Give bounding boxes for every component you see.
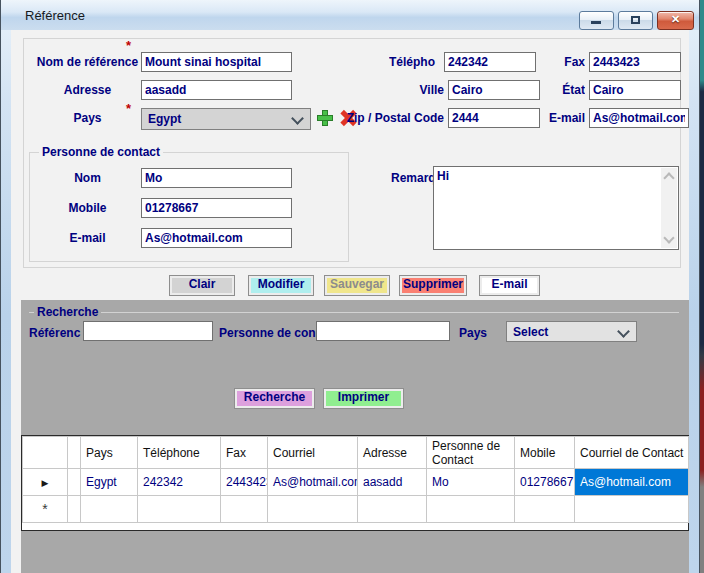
grid-header-blank[interactable] — [68, 437, 81, 469]
table-row-new: * — [23, 496, 689, 523]
clear-button[interactable]: Clair — [169, 275, 235, 296]
grid-cell-pays[interactable]: Egypt — [81, 469, 138, 496]
search-contact-label: Personne de con — [219, 325, 316, 341]
country-dropdown-value: Egypt — [148, 112, 181, 126]
contact-email-label: E-mail — [36, 230, 139, 246]
maximize-button[interactable] — [618, 11, 653, 30]
country-dropdown[interactable]: Egypt — [141, 108, 311, 130]
fax-input[interactable] — [589, 52, 681, 72]
reference-window: Référence ✕ * Nom de référence Télépho F… — [0, 0, 700, 573]
phone-label: Télépho — [389, 54, 443, 70]
window-controls: ✕ — [579, 11, 694, 30]
table-row: ▶ Egypt 242342 2443423 As@hotmail.com aa… — [23, 469, 689, 496]
search-groupbox-line — [29, 312, 679, 313]
scroll-up-icon[interactable] — [663, 172, 674, 183]
search-contact-input[interactable] — [316, 321, 450, 341]
close-icon: ✕ — [658, 13, 693, 26]
new-row-star-icon: * — [42, 501, 47, 517]
grid-cell-courriel[interactable]: As@hotmail.com — [268, 469, 358, 496]
address-input[interactable] — [141, 80, 292, 100]
email-button[interactable]: E-mail — [479, 275, 540, 296]
city-input[interactable] — [448, 80, 540, 100]
grid-cell[interactable] — [427, 496, 515, 523]
state-label: État — [552, 82, 585, 98]
add-country-icon[interactable] — [317, 110, 333, 126]
close-button[interactable]: ✕ — [657, 11, 694, 30]
grid-cell-blank[interactable] — [68, 496, 81, 523]
fax-label: Fax — [555, 54, 585, 70]
print-button[interactable]: Imprimer — [323, 388, 404, 409]
results-grid: Pays Téléphone Fax Courriel Adresse Pers… — [21, 435, 689, 531]
email-label: E-mail — [547, 110, 585, 126]
contact-email-input[interactable] — [141, 228, 292, 248]
grid-header-courriel[interactable]: Courriel — [268, 437, 358, 469]
grid-cell-fax[interactable]: 2443423 — [221, 469, 268, 496]
city-label: Ville — [410, 82, 444, 98]
grid-cell[interactable] — [138, 496, 221, 523]
grid-cell[interactable] — [575, 496, 689, 523]
search-reference-input[interactable] — [83, 321, 213, 341]
minimize-icon — [591, 21, 601, 24]
zip-input[interactable] — [448, 108, 540, 128]
search-country-dropdown[interactable]: Select — [506, 321, 637, 342]
country-label: Pays — [36, 110, 139, 126]
required-marker-name: * — [126, 41, 131, 51]
grid-cell[interactable] — [221, 496, 268, 523]
phone-input[interactable] — [444, 52, 536, 72]
current-row-arrow-icon: ▶ — [42, 478, 49, 488]
client-area: * Nom de référence Télépho Fax Adresse V… — [11, 30, 689, 573]
title-bar[interactable]: Référence ✕ — [1, 0, 699, 30]
zip-label: Zip / Postal Code — [338, 110, 444, 126]
contact-name-input[interactable] — [141, 168, 292, 188]
grid-cell-telephone[interactable]: 242342 — [138, 469, 221, 496]
grid-cell-blank[interactable] — [68, 469, 81, 496]
grid-header-adresse[interactable]: Adresse — [358, 437, 427, 469]
search-title: Recherche — [34, 305, 101, 319]
window-title: Référence — [25, 8, 85, 23]
contact-mobile-input[interactable] — [141, 198, 292, 218]
grid-cell-personne[interactable]: Mo — [427, 469, 515, 496]
chevron-down-icon — [617, 325, 630, 338]
search-reference-label: Référenc — [29, 325, 84, 341]
reference-name-label: Nom de référence — [36, 54, 139, 70]
grid-header-mobile[interactable]: Mobile — [515, 437, 575, 469]
grid-header-pays[interactable]: Pays — [81, 437, 138, 469]
grid-cell-mobile[interactable]: 01278667 — [515, 469, 575, 496]
row-selector[interactable]: ▶ — [23, 469, 68, 496]
grid-header-selector[interactable] — [23, 437, 68, 469]
address-label: Adresse — [36, 82, 139, 98]
remarks-box: Hi — [433, 166, 679, 250]
remarks-scrollbar[interactable] — [661, 168, 677, 248]
grid-header-telephone[interactable]: Téléphone — [138, 437, 221, 469]
grid-header-personne[interactable]: Personne de Contact — [427, 437, 515, 469]
grid-cell[interactable] — [358, 496, 427, 523]
grid-cell[interactable] — [268, 496, 358, 523]
grid-cell[interactable] — [81, 496, 138, 523]
remarks-label: Remarq — [391, 170, 435, 186]
save-button[interactable]: Sauvegar — [324, 275, 390, 296]
new-row-selector[interactable]: * — [23, 496, 68, 523]
search-button[interactable]: Recherche — [234, 388, 315, 409]
modify-button[interactable]: Modifier — [248, 275, 314, 296]
grid-header-courriel-contact[interactable]: Courriel de Contact — [575, 437, 689, 469]
contact-mobile-label: Mobile — [36, 200, 139, 216]
scroll-down-icon[interactable] — [663, 232, 674, 243]
desktop-background — [700, 0, 704, 573]
remarks-textarea[interactable]: Hi — [435, 168, 663, 248]
chevron-down-icon — [291, 112, 304, 125]
grid-header-fax[interactable]: Fax — [221, 437, 268, 469]
grid-cell-courriel-contact-selected[interactable]: As@hotmail.com — [575, 469, 689, 496]
search-country-dropdown-value: Select — [513, 325, 548, 339]
search-country-label: Pays — [459, 325, 493, 341]
contact-groupbox-title: Personne de contact — [39, 145, 163, 159]
email-input[interactable] — [589, 108, 689, 128]
delete-button[interactable]: Supprimer — [399, 275, 467, 296]
grid-cell-adresse[interactable]: aasadd — [358, 469, 427, 496]
state-input[interactable] — [589, 80, 681, 100]
grid-cell[interactable] — [515, 496, 575, 523]
reference-name-input[interactable] — [141, 52, 292, 72]
maximize-icon — [631, 16, 640, 24]
contact-name-label: Nom — [36, 170, 139, 186]
minimize-button[interactable] — [579, 11, 614, 30]
grid-header-row: Pays Téléphone Fax Courriel Adresse Pers… — [23, 437, 689, 469]
